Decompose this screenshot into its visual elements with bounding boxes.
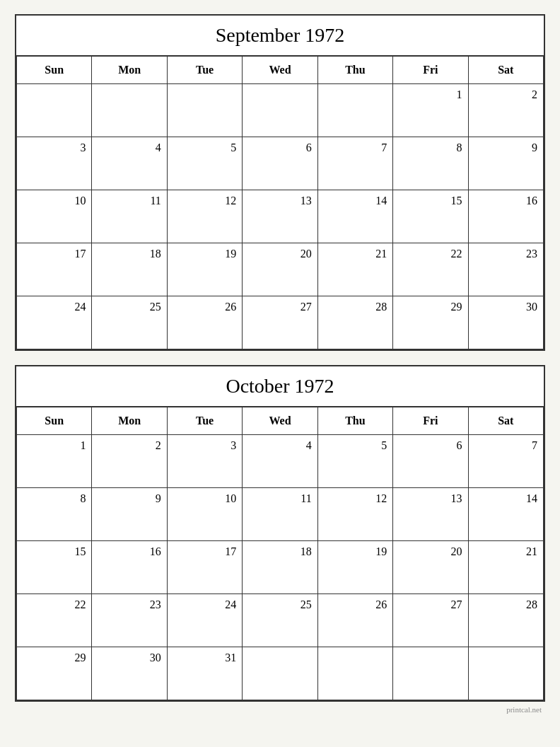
table-row	[243, 84, 317, 137]
header-sat-sep: Sat	[469, 57, 544, 84]
table-row: 21	[318, 243, 393, 296]
table-row	[318, 647, 393, 700]
table-row: 15	[393, 190, 468, 243]
table-row: 10	[168, 488, 243, 541]
table-row: 27	[393, 594, 468, 647]
table-row: 21	[469, 541, 544, 594]
header-sat-oct: Sat	[469, 407, 544, 435]
header-mon-sep: Mon	[92, 57, 167, 84]
table-row: 2	[469, 84, 544, 137]
table-row: 3	[17, 137, 92, 190]
table-row: 11	[243, 488, 317, 541]
october-calendar: October 1972 Sun Mon Tue Wed Thu Fri Sat…	[15, 365, 545, 702]
table-row: 6	[243, 137, 317, 190]
table-row: 24	[17, 296, 92, 349]
table-row: 28	[318, 296, 393, 349]
table-row: 25	[92, 296, 167, 349]
table-row: 13	[393, 488, 468, 541]
header-thu-oct: Thu	[318, 407, 393, 435]
table-row	[168, 84, 243, 137]
header-tue-sep: Tue	[168, 57, 243, 84]
watermark: printcal.net	[15, 705, 545, 714]
table-row: 25	[243, 594, 317, 647]
header-fri-sep: Fri	[393, 57, 468, 84]
table-row: 4	[243, 435, 317, 488]
table-row: 9	[92, 488, 167, 541]
table-row: 19	[168, 243, 243, 296]
table-row: 31	[168, 647, 243, 700]
table-row: 1	[393, 84, 468, 137]
table-row: 11	[92, 190, 167, 243]
table-row: 9	[469, 137, 544, 190]
table-row: 17	[168, 541, 243, 594]
september-grid: Sun Mon Tue Wed Thu Fri Sat 1 2 3 4 5 6 …	[16, 57, 544, 349]
header-wed-sep: Wed	[243, 57, 317, 84]
table-row: 8	[393, 137, 468, 190]
header-tue-oct: Tue	[168, 407, 243, 435]
table-row	[243, 647, 317, 700]
table-row: 5	[168, 137, 243, 190]
table-row: 30	[92, 647, 167, 700]
table-row: 17	[17, 243, 92, 296]
september-calendar: September 1972 Sun Mon Tue Wed Thu Fri S…	[15, 14, 545, 351]
table-row: 27	[243, 296, 317, 349]
table-row: 7	[318, 137, 393, 190]
table-row: 23	[469, 243, 544, 296]
table-row: 8	[17, 488, 92, 541]
table-row: 3	[168, 435, 243, 488]
header-fri-oct: Fri	[393, 407, 468, 435]
table-row: 13	[243, 190, 317, 243]
table-row: 18	[92, 243, 167, 296]
table-row: 29	[393, 296, 468, 349]
table-row: 5	[318, 435, 393, 488]
header-thu-sep: Thu	[318, 57, 393, 84]
table-row: 7	[469, 435, 544, 488]
table-row: 28	[469, 594, 544, 647]
header-sun-sep: Sun	[17, 57, 92, 84]
table-row: 22	[17, 594, 92, 647]
table-row	[469, 647, 544, 700]
table-row: 15	[17, 541, 92, 594]
table-row	[393, 647, 468, 700]
october-title: October 1972	[16, 366, 544, 407]
table-row: 16	[92, 541, 167, 594]
table-row: 10	[17, 190, 92, 243]
header-mon-oct: Mon	[92, 407, 167, 435]
table-row	[17, 84, 92, 137]
table-row: 12	[168, 190, 243, 243]
table-row: 18	[243, 541, 317, 594]
header-sun-oct: Sun	[17, 407, 92, 435]
october-grid: Sun Mon Tue Wed Thu Fri Sat 1 2 3 4 5 6 …	[16, 407, 544, 700]
table-row	[92, 84, 167, 137]
table-row: 14	[318, 190, 393, 243]
table-row: 23	[92, 594, 167, 647]
table-row: 4	[92, 137, 167, 190]
table-row: 1	[17, 435, 92, 488]
table-row: 6	[393, 435, 468, 488]
table-row	[318, 84, 393, 137]
september-title: September 1972	[16, 16, 544, 57]
table-row: 16	[469, 190, 544, 243]
table-row: 14	[469, 488, 544, 541]
table-row: 12	[318, 488, 393, 541]
table-row: 30	[469, 296, 544, 349]
table-row: 26	[168, 296, 243, 349]
table-row: 26	[318, 594, 393, 647]
table-row: 22	[393, 243, 468, 296]
table-row: 29	[17, 647, 92, 700]
table-row: 19	[318, 541, 393, 594]
table-row: 20	[393, 541, 468, 594]
table-row: 24	[168, 594, 243, 647]
header-wed-oct: Wed	[243, 407, 317, 435]
table-row: 20	[243, 243, 317, 296]
table-row: 2	[92, 435, 167, 488]
